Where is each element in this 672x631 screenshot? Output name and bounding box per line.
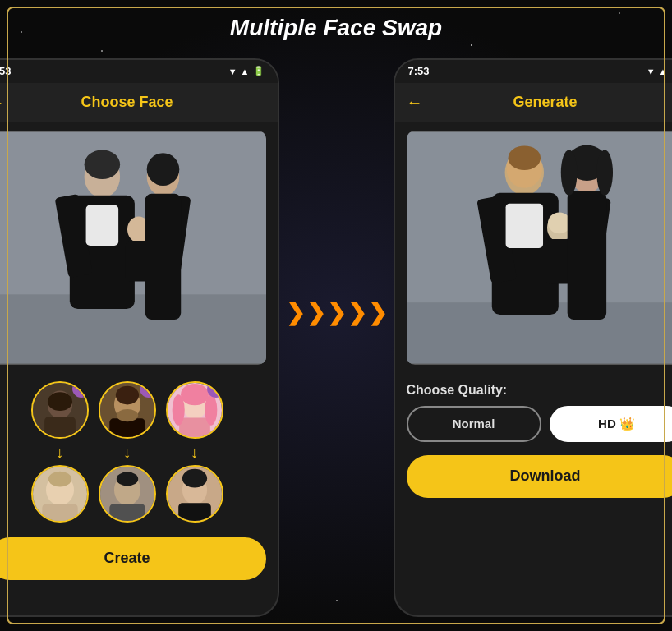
right-signal-icon: ▼ <box>647 67 656 76</box>
chevron-5: ❯ <box>368 299 387 326</box>
svg-point-25 <box>115 385 138 404</box>
left-status-time: 7:53 <box>0 65 12 77</box>
between-arrow: ❯ ❯ ❯ ❯ ❯ <box>286 299 387 326</box>
edit-badge-1[interactable]: ✏ <box>72 381 89 398</box>
target-face-2-svg <box>100 467 154 521</box>
svg-point-11 <box>146 153 179 186</box>
svg-rect-19 <box>42 504 77 521</box>
svg-point-55 <box>560 150 577 195</box>
svg-point-35 <box>205 394 217 426</box>
left-back-button[interactable]: ← <box>0 93 5 112</box>
svg-point-29 <box>116 472 137 486</box>
source-face-2[interactable]: ✏ <box>99 381 156 439</box>
svg-point-48 <box>508 145 541 170</box>
target-face-3-svg <box>168 467 222 521</box>
svg-rect-28 <box>109 504 145 521</box>
svg-point-24 <box>116 409 137 421</box>
svg-point-16 <box>47 392 71 411</box>
right-status-time: 7:53 <box>408 65 430 77</box>
right-wifi-icon: ▲ <box>659 67 668 76</box>
face-pair-1: ✏ ↓ <box>31 381 89 523</box>
svg-rect-6 <box>85 205 118 245</box>
chevron-2: ❯ <box>306 299 325 326</box>
svg-rect-15 <box>44 417 76 437</box>
svg-point-56 <box>596 150 613 195</box>
right-status-icons: ▼ ▲ 🔋 <box>647 66 672 76</box>
signal-icon: ▼ <box>228 67 237 76</box>
left-phone: 7:53 ▼ ▲ 🔋 ← Choose Face <box>0 58 279 617</box>
target-face-1-svg <box>33 467 87 521</box>
chevron-1: ❯ <box>286 299 305 326</box>
left-photo-area <box>0 131 266 365</box>
arrow-down-1: ↓ <box>56 444 64 460</box>
svg-rect-38 <box>178 503 211 521</box>
svg-rect-53 <box>567 191 605 319</box>
hd-quality-button[interactable]: HD 👑 <box>550 406 673 442</box>
svg-point-39 <box>182 468 206 487</box>
quality-buttons: Normal HD 👑 <box>407 406 673 442</box>
face-pair-2: ✏ ↓ <box>99 381 156 523</box>
svg-point-33 <box>181 383 209 404</box>
right-phone: 7:53 ▼ ▲ 🔋 ← Generate <box>394 58 673 617</box>
target-face-3[interactable] <box>166 465 223 523</box>
phones-container: 7:53 ▼ ▲ 🔋 ← Choose Face <box>16 56 656 619</box>
right-status-bar: 7:53 ▼ ▲ 🔋 <box>395 60 673 83</box>
left-faces-section: ✏ ↓ <box>0 373 278 531</box>
svg-rect-46 <box>505 203 542 247</box>
battery-icon: 🔋 <box>253 66 265 76</box>
wifi-icon: ▲ <box>241 67 250 76</box>
target-face-2[interactable] <box>99 465 156 523</box>
face-pair-3: ✏ ↓ <box>166 381 223 523</box>
chevron-3: ❯ <box>327 299 346 326</box>
page-title: Multiple Face Swap <box>0 15 672 41</box>
svg-rect-32 <box>179 417 210 437</box>
left-status-icons: ▼ ▲ 🔋 <box>228 66 265 76</box>
left-photo-svg <box>0 131 266 365</box>
target-face-1[interactable] <box>31 465 89 523</box>
right-photo-area <box>407 131 673 365</box>
left-status-bar: 7:53 ▼ ▲ 🔋 <box>0 60 278 83</box>
download-button[interactable]: Download <box>407 455 673 498</box>
edit-badge-3[interactable]: ✏ <box>207 381 223 398</box>
edit-badge-2[interactable]: ✏ <box>140 381 156 398</box>
svg-point-51 <box>547 212 570 233</box>
right-nav-bar: ← Generate <box>395 83 673 122</box>
svg-point-20 <box>48 471 71 486</box>
source-face-3[interactable]: ✏ <box>166 381 223 439</box>
right-photo-svg <box>407 131 673 365</box>
chevron-4: ❯ <box>348 299 366 326</box>
quality-section: Choose Quality: Normal HD 👑 <box>395 373 673 449</box>
chevron-arrows-group: ❯ ❯ ❯ ❯ ❯ <box>286 299 387 326</box>
left-nav-bar: ← Choose Face <box>0 83 278 122</box>
svg-rect-10 <box>145 193 180 319</box>
quality-label: Choose Quality: <box>407 383 673 398</box>
svg-point-34 <box>172 394 184 426</box>
left-nav-title: Choose Face <box>15 94 240 111</box>
arrow-down-3: ↓ <box>191 444 199 460</box>
arrow-down-2: ↓ <box>123 444 131 460</box>
create-button[interactable]: Create <box>0 537 266 580</box>
source-face-1[interactable]: ✏ <box>31 381 89 439</box>
svg-point-12 <box>84 150 119 179</box>
right-nav-title: Generate <box>433 94 658 111</box>
normal-quality-button[interactable]: Normal <box>407 406 541 442</box>
right-back-button[interactable]: ← <box>407 93 423 112</box>
